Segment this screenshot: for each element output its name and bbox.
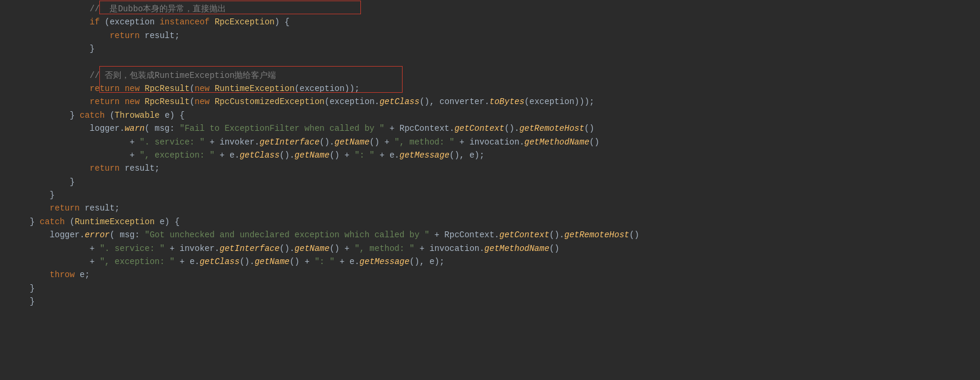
line: + ", exception: " + e.getClass().getName… [0, 255, 980, 268]
line-content: return result; [30, 29, 980, 42]
line: // 否则，包装成RuntimeException抛给客户端 [0, 69, 980, 82]
line [0, 56, 980, 69]
line-content: + ", exception: " + e.getClass().getName… [30, 149, 980, 162]
line-content: return new RpcResult(new RuntimeExceptio… [30, 82, 980, 95]
line-content: } catch (Throwable e) { [30, 109, 980, 122]
line-content: if (exception instanceof RpcException) { [30, 15, 980, 29]
line-content: } [30, 295, 980, 308]
line: return result; [0, 162, 980, 175]
line-content: + ". service: " + invoker.getInterface()… [30, 136, 980, 149]
line: } [0, 189, 980, 202]
line: throw e; [0, 268, 980, 281]
line: } [0, 295, 980, 308]
line-content: } [30, 282, 980, 295]
line-content: return new RpcResult(new RpcCustomizedEx… [30, 95, 980, 108]
line-content: } [30, 189, 980, 202]
line: // 是Dubbo本身的异常，直接抛出 [0, 2, 980, 15]
line: } [0, 175, 980, 189]
line: } catch (Throwable e) { [0, 109, 980, 122]
line-content: } [30, 42, 980, 55]
line: return new RpcResult(new RuntimeExceptio… [0, 82, 980, 95]
line: } catch (RuntimeException e) { [0, 215, 980, 228]
line-content: return result; [30, 162, 980, 175]
line: logger.error( msg: "Got unchecked and un… [0, 228, 980, 241]
line-content: } [30, 175, 980, 189]
line: + ", exception: " + e.getClass().getName… [0, 149, 980, 162]
line-content: + ". service: " + invoker.getInterface()… [30, 242, 980, 255]
line-content: + ", exception: " + e.getClass().getName… [30, 255, 980, 268]
line: if (exception instanceof RpcException) { [0, 15, 980, 29]
line: } [0, 42, 980, 55]
line-content: throw e; [30, 268, 980, 281]
line: return result; [0, 29, 980, 42]
line-content: logger.warn( msg: "Fail to ExceptionFilt… [30, 122, 980, 135]
line-content: // 是Dubbo本身的异常，直接抛出 [30, 2, 980, 15]
line: + ". service: " + invoker.getInterface()… [0, 136, 980, 149]
line: + ". service: " + invoker.getInterface()… [0, 242, 980, 255]
code-content: // 是Dubbo本身的异常，直接抛出 if (exception instan… [0, 0, 980, 311]
line: return result; [0, 202, 980, 215]
line-content: return result; [30, 202, 980, 215]
line-content: } catch (RuntimeException e) { [30, 215, 980, 228]
line: return new RpcResult(new RpcCustomizedEx… [0, 95, 980, 108]
line: } [0, 282, 980, 295]
line: logger.warn( msg: "Fail to ExceptionFilt… [0, 122, 980, 135]
line-content: // 否则，包装成RuntimeException抛给客户端 [30, 69, 980, 82]
code-editor: // 是Dubbo本身的异常，直接抛出 if (exception instan… [0, 0, 980, 380]
line-content: logger.error( msg: "Got unchecked and un… [30, 228, 980, 241]
